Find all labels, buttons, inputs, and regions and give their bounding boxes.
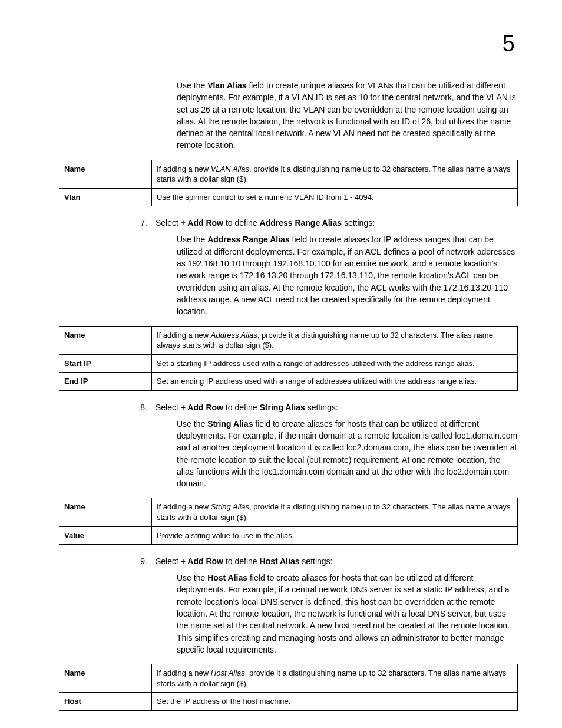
- text: Select: [156, 556, 181, 566]
- cell-value: If adding a new VLAN Alias, provide it a…: [152, 160, 518, 188]
- text: to define: [223, 403, 260, 412]
- table-row: Start IP Set a starting IP address used …: [59, 354, 518, 373]
- step-number: 9.: [130, 556, 156, 566]
- table-row: Name If adding a new VLAN Alias, provide…: [59, 160, 518, 188]
- cell-key: Name: [59, 160, 152, 188]
- text: settings:: [305, 403, 338, 412]
- cell-key: Name: [59, 326, 152, 354]
- text: If adding a new: [157, 331, 211, 340]
- bold: Host Alias: [260, 556, 300, 566]
- cell-value: If adding a new Address Alias, provide i…: [152, 326, 518, 354]
- cell-value: Provide a string value to use in the ali…: [152, 526, 518, 545]
- cell-value: Use the spinner control to set a numeric…: [152, 188, 518, 206]
- cell-key: Host: [59, 693, 152, 711]
- cell-key: Start IP: [59, 354, 152, 373]
- field-label: Vlan Alias: [207, 81, 246, 90]
- cell-key: End IP: [59, 373, 152, 391]
- host-alias-table: Name If adding a new Host Alias, provide…: [59, 664, 518, 711]
- text: settings:: [342, 218, 375, 228]
- bold: String Alias: [260, 403, 305, 412]
- bold: + Add Row: [181, 218, 223, 228]
- field-label: String Alias: [207, 419, 253, 429]
- text: field to create aliases for hosts that c…: [177, 573, 510, 654]
- text: Select: [156, 403, 181, 412]
- emphasis: Host Alias: [211, 668, 245, 677]
- cell-value: If adding a new String Alias, provide it…: [152, 498, 518, 526]
- cell-value: If adding a new Host Alias, provide it a…: [152, 664, 518, 693]
- text: settings:: [299, 556, 332, 566]
- text: to define: [223, 556, 260, 566]
- cell-key: Name: [59, 498, 152, 526]
- emphasis: Address Alias: [211, 331, 257, 340]
- cell-key: Name: [59, 664, 152, 693]
- step-number: 7.: [130, 218, 156, 228]
- paragraph: Use the Address Range Alias field to cre…: [177, 233, 518, 317]
- string-alias-table: Name If adding a new String Alias, provi…: [59, 498, 518, 545]
- address-range-table: Name If adding a new Address Alias, prov…: [59, 326, 518, 391]
- text: Use the: [177, 235, 207, 244]
- step-text: Select + Add Row to define Host Alias se…: [156, 556, 518, 566]
- text: Use the: [177, 81, 207, 90]
- table-row: End IP Set an ending IP address used wit…: [59, 373, 518, 391]
- chapter-number: 5: [503, 32, 515, 55]
- bold: + Add Row: [181, 403, 223, 412]
- text: field to create unique aliases for VLANs…: [177, 81, 516, 150]
- bold: + Add Row: [181, 556, 223, 566]
- emphasis: VLAN Alias: [211, 164, 249, 173]
- text: field to create aliases for IP address r…: [177, 235, 515, 316]
- step-text: Select + Add Row to define String Alias …: [156, 403, 518, 412]
- text: to define: [223, 218, 260, 228]
- emphasis: String Alias: [211, 502, 249, 511]
- text: If adding a new: [157, 164, 211, 173]
- paragraph: Use the Vlan Alias field to create uniqu…: [177, 80, 518, 151]
- host-alias-intro: Use the Host Alias field to create alias…: [177, 572, 518, 655]
- table-row: Value Provide a string value to use in t…: [59, 526, 518, 545]
- step-text: Select + Add Row to define Address Range…: [156, 218, 518, 228]
- field-label: Address Range Alias: [207, 235, 290, 244]
- document-page: 5 Use the Vlan Alias field to create uni…: [0, 0, 562, 728]
- cell-value: Set the IP address of the host machine.: [152, 693, 518, 711]
- table-row: Name If adding a new Address Alias, prov…: [59, 326, 518, 354]
- text: If adding a new: [157, 668, 211, 677]
- address-range-intro: Use the Address Range Alias field to cre…: [177, 233, 518, 317]
- text: If adding a new: [157, 502, 211, 511]
- vlan-alias-intro: Use the Vlan Alias field to create uniqu…: [177, 80, 518, 151]
- table-row: Vlan Use the spinner control to set a nu…: [59, 188, 518, 206]
- table-row: Name If adding a new String Alias, provi…: [59, 498, 518, 526]
- page-content: Use the Vlan Alias field to create uniqu…: [59, 80, 518, 711]
- paragraph: Use the Host Alias field to create alias…: [177, 572, 518, 655]
- cell-value: Set a starting IP address used with a ra…: [152, 354, 518, 373]
- step-9: 9. Select + Add Row to define Host Alias…: [130, 556, 518, 566]
- vlan-alias-table: Name If adding a new VLAN Alias, provide…: [59, 160, 518, 207]
- step-number: 8.: [130, 403, 156, 412]
- text: Use the: [177, 573, 207, 582]
- cell-key: Vlan: [59, 188, 152, 206]
- text: Select: [156, 218, 181, 228]
- paragraph: Use the String Alias field to create ali…: [177, 418, 518, 490]
- text: field to create aliases for hosts that c…: [177, 419, 517, 488]
- bold: Address Range Alias: [260, 218, 342, 228]
- step-8: 8. Select + Add Row to define String Ali…: [130, 403, 518, 412]
- table-row: Name If adding a new Host Alias, provide…: [59, 664, 518, 693]
- text: Use the: [177, 419, 207, 429]
- table-row: Host Set the IP address of the host mach…: [59, 693, 518, 711]
- step-7: 7. Select + Add Row to define Address Ra…: [130, 218, 518, 228]
- field-label: Host Alias: [207, 573, 247, 582]
- cell-value: Set an ending IP address used with a ran…: [152, 373, 518, 391]
- string-alias-intro: Use the String Alias field to create ali…: [177, 418, 518, 490]
- cell-key: Value: [59, 526, 152, 545]
